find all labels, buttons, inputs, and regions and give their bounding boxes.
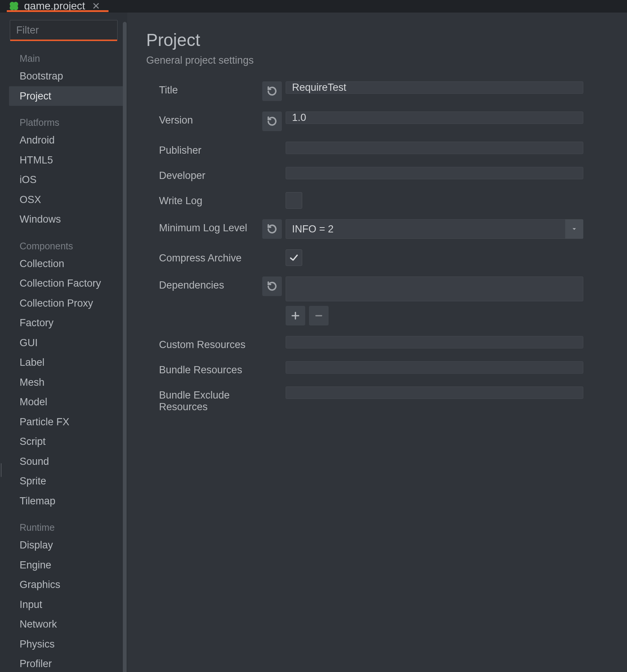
page-subtitle: General project settings — [146, 55, 601, 66]
tab-bar: game.project ✕ — [0, 0, 627, 12]
sidebar-item-html5[interactable]: HTML5 — [0, 150, 127, 170]
label-write-log: Write Log — [146, 192, 262, 207]
label-deps: Dependencies — [146, 276, 262, 291]
sidebar-item-script[interactable]: Script — [0, 432, 127, 452]
sidebar-item-collection-factory[interactable]: Collection Factory — [0, 273, 127, 293]
main-panel: Project General project settings Title V… — [127, 12, 627, 672]
section-title: Components — [0, 229, 127, 254]
tab-label: game.project — [24, 0, 85, 12]
sidebar-item-sprite[interactable]: Sprite — [0, 471, 127, 491]
sidebar: MainBootstrapProjectPlatformsAndroidHTML… — [0, 12, 127, 672]
tab-game-project[interactable]: game.project ✕ — [0, 0, 109, 12]
section-title: Platforms — [0, 106, 127, 130]
close-icon[interactable]: ✕ — [92, 0, 100, 12]
sidebar-item-collection[interactable]: Collection — [0, 254, 127, 274]
input-bundle-res[interactable] — [286, 361, 583, 374]
input-title[interactable] — [286, 81, 583, 94]
defold-logo-icon — [8, 0, 20, 12]
input-developer[interactable] — [286, 167, 583, 179]
sidebar-item-sound[interactable]: Sound — [0, 452, 127, 472]
svg-point-3 — [13, 5, 18, 10]
section-title: Main — [0, 44, 127, 66]
label-bundle-excl: Bundle Exclude Resources — [146, 386, 262, 413]
sidebar-item-collection-proxy[interactable]: Collection Proxy — [0, 293, 127, 313]
reset-deps-button[interactable] — [262, 276, 282, 296]
sidebar-item-tilemap[interactable]: Tilemap — [0, 491, 127, 511]
remove-dep-button[interactable] — [309, 306, 329, 325]
label-min-log: Minimum Log Level — [146, 219, 262, 234]
label-compress: Compress Archive — [146, 249, 262, 264]
deps-list[interactable] — [286, 276, 583, 301]
input-version[interactable] — [286, 111, 583, 124]
resize-grip[interactable] — [0, 461, 2, 480]
label-bundle-res: Bundle Resources — [146, 361, 262, 376]
input-custom-res[interactable] — [286, 336, 583, 348]
sidebar-item-model[interactable]: Model — [0, 392, 127, 412]
sidebar-item-mesh[interactable]: Mesh — [0, 373, 127, 393]
label-title: Title — [146, 81, 262, 96]
sidebar-item-input[interactable]: Input — [0, 595, 127, 615]
sidebar-item-bootstrap[interactable]: Bootstrap — [0, 66, 127, 86]
add-dep-button[interactable] — [286, 306, 305, 325]
sidebar-item-osx[interactable]: OSX — [0, 190, 127, 210]
sidebar-item-display[interactable]: Display — [0, 535, 127, 555]
page-title: Project — [146, 30, 601, 50]
sidebar-item-network[interactable]: Network — [0, 614, 127, 634]
reset-title-button[interactable] — [262, 81, 282, 101]
label-custom-res: Custom Resources — [146, 336, 262, 351]
sidebar-item-project[interactable]: Project — [9, 86, 125, 106]
select-min-log-dropdown[interactable] — [565, 219, 583, 239]
sidebar-item-engine[interactable]: Engine — [0, 555, 127, 575]
filter-input[interactable] — [10, 24, 127, 36]
sidebar-item-android[interactable]: Android — [0, 130, 127, 150]
sidebar-item-profiler[interactable]: Profiler — [0, 654, 127, 672]
sidebar-scrollbar[interactable] — [122, 22, 127, 672]
sidebar-item-windows[interactable]: Windows — [0, 209, 127, 229]
sidebar-item-ios[interactable]: iOS — [0, 170, 127, 190]
label-version: Version — [146, 111, 262, 126]
input-bundle-excl[interactable] — [286, 386, 583, 399]
select-min-log[interactable]: INFO = 2 — [286, 219, 565, 239]
label-publisher: Publisher — [146, 142, 262, 156]
reset-version-button[interactable] — [262, 111, 282, 131]
input-publisher[interactable] — [286, 142, 583, 154]
label-developer: Developer — [146, 167, 262, 182]
sidebar-item-graphics[interactable]: Graphics — [0, 575, 127, 595]
sidebar-item-particle-fx[interactable]: Particle FX — [0, 412, 127, 432]
sidebar-item-factory[interactable]: Factory — [0, 313, 127, 333]
checkbox-write-log[interactable] — [286, 192, 302, 209]
section-title: Runtime — [0, 511, 127, 535]
sidebar-item-physics[interactable]: Physics — [0, 634, 127, 654]
checkbox-compress[interactable] — [286, 249, 302, 266]
reset-min-log-button[interactable] — [262, 219, 282, 239]
filter-box — [10, 20, 118, 40]
sidebar-item-gui[interactable]: GUI — [0, 333, 127, 353]
sidebar-item-label[interactable]: Label — [0, 353, 127, 373]
